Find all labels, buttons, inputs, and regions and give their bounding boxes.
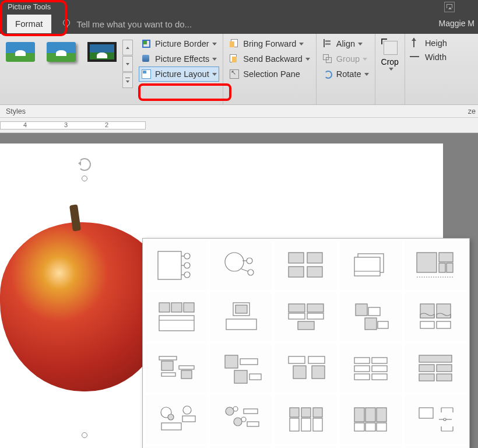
ruler: 4 3 2 — [0, 118, 478, 133]
layout-option[interactable] — [210, 344, 272, 393]
layout-option[interactable] — [210, 241, 272, 290]
styles-more[interactable] — [122, 72, 133, 88]
chevron-down-icon — [364, 73, 369, 76]
picture-styles-gallery — [0, 34, 135, 104]
tab-format[interactable]: Format — [7, 15, 51, 33]
layout-option[interactable] — [275, 395, 337, 444]
document-area[interactable] — [0, 133, 478, 448]
svg-rect-31 — [226, 319, 256, 330]
layout-option[interactable] — [145, 241, 208, 290]
arrange-group-2: Align Group Rotate — [317, 34, 375, 104]
svg-rect-80 — [290, 408, 299, 417]
svg-rect-58 — [354, 358, 370, 363]
svg-rect-82 — [313, 408, 322, 417]
svg-rect-34 — [289, 313, 305, 319]
user-name[interactable]: Maggie M — [439, 19, 475, 28]
layout-option[interactable] — [405, 241, 467, 290]
svg-point-72 — [183, 406, 191, 414]
layout-option[interactable] — [340, 241, 402, 290]
bring-forward-icon — [229, 38, 240, 49]
size-group: Heigh Width — [405, 34, 447, 104]
styles-scroll-down[interactable] — [122, 56, 133, 72]
svg-rect-44 — [437, 321, 451, 328]
selection-pane-icon — [229, 69, 240, 79]
svg-point-77 — [241, 417, 246, 422]
svg-rect-13 — [307, 253, 322, 263]
layout-option[interactable] — [145, 292, 208, 341]
arrange-group: Bring Forward Send Backward Selection Pa… — [223, 34, 317, 104]
tab-row: Format Tell me what you want to do... Ma… — [0, 14, 478, 34]
picture-effects-icon — [141, 54, 152, 64]
height-icon — [410, 38, 421, 48]
svg-rect-55 — [293, 366, 306, 379]
picture-effects-button[interactable]: Picture Effects — [139, 51, 219, 66]
layout-option[interactable] — [340, 292, 402, 341]
picture-style-thumbnail[interactable] — [43, 38, 79, 65]
svg-rect-47 — [179, 366, 194, 369]
svg-rect-46 — [161, 361, 173, 370]
svg-point-74 — [226, 407, 234, 415]
svg-line-11 — [241, 269, 248, 271]
tell-me-placeholder: Tell me what you want to do... — [77, 19, 192, 29]
svg-point-9 — [248, 270, 254, 275]
svg-rect-37 — [356, 304, 367, 316]
picture-styles-options: Picture Border Picture Effects Picture L… — [135, 34, 223, 104]
crop-icon — [381, 38, 399, 56]
chevron-down-icon — [363, 58, 367, 61]
svg-rect-56 — [308, 356, 325, 363]
selection-pane-button[interactable]: Selection Pane — [227, 66, 312, 82]
layout-option[interactable] — [340, 344, 402, 393]
svg-point-3 — [184, 272, 190, 278]
chevron-down-icon — [212, 58, 217, 61]
group-button: Group — [320, 51, 371, 66]
svg-rect-89 — [354, 423, 364, 431]
collapse-ribbon-icon[interactable] — [444, 2, 455, 12]
tell-me-search[interactable]: Tell me what you want to do... — [62, 19, 192, 29]
selection-handle[interactable] — [82, 432, 87, 438]
layout-option[interactable] — [405, 292, 467, 341]
picture-layout-button[interactable]: Picture Layout — [139, 66, 219, 82]
layout-option[interactable] — [145, 395, 208, 444]
bring-forward-button[interactable]: Bring Forward — [227, 36, 312, 51]
ruler-tick: 4 — [23, 121, 27, 128]
rotate-handle-icon[interactable] — [78, 158, 91, 171]
chevron-down-icon — [305, 58, 310, 61]
svg-rect-45 — [159, 356, 177, 360]
selection-handle[interactable] — [82, 176, 87, 181]
layout-option[interactable] — [275, 344, 337, 393]
layout-option[interactable] — [210, 395, 272, 444]
svg-rect-20 — [439, 253, 453, 262]
picture-border-label: Picture Border — [155, 39, 209, 48]
picture-style-thumbnail[interactable] — [84, 38, 120, 65]
layout-option[interactable] — [145, 344, 208, 393]
layout-option[interactable] — [275, 292, 337, 341]
layout-option[interactable] — [405, 344, 467, 393]
layout-option[interactable] — [405, 395, 467, 444]
align-button[interactable]: Align — [320, 36, 371, 51]
svg-rect-64 — [419, 355, 452, 362]
svg-rect-51 — [240, 359, 258, 365]
layout-option[interactable] — [275, 241, 337, 290]
ribbon: Picture Border Picture Effects Picture L… — [0, 34, 478, 105]
chevron-down-icon — [389, 68, 393, 71]
height-field[interactable]: Heigh — [410, 36, 447, 50]
svg-rect-15 — [307, 267, 322, 277]
width-label: Width — [425, 52, 447, 62]
picture-border-button[interactable]: Picture Border — [139, 36, 219, 51]
picture-layout-icon — [141, 69, 152, 79]
svg-point-70 — [168, 414, 174, 420]
width-field[interactable]: Width — [410, 50, 447, 64]
svg-rect-36 — [298, 321, 314, 330]
svg-point-94 — [444, 418, 446, 421]
svg-rect-57 — [312, 366, 325, 379]
rotate-button[interactable]: Rotate — [320, 66, 371, 82]
layout-option[interactable] — [340, 395, 402, 444]
send-backward-button[interactable]: Send Backward — [227, 51, 312, 66]
svg-rect-52 — [234, 370, 247, 383]
styles-scroll-up[interactable] — [122, 40, 133, 55]
layout-option[interactable] — [210, 292, 272, 341]
svg-rect-26 — [184, 303, 194, 312]
svg-point-75 — [233, 407, 238, 411]
picture-style-thumbnail[interactable] — [2, 38, 38, 65]
crop-button[interactable]: Crop — [375, 34, 405, 104]
